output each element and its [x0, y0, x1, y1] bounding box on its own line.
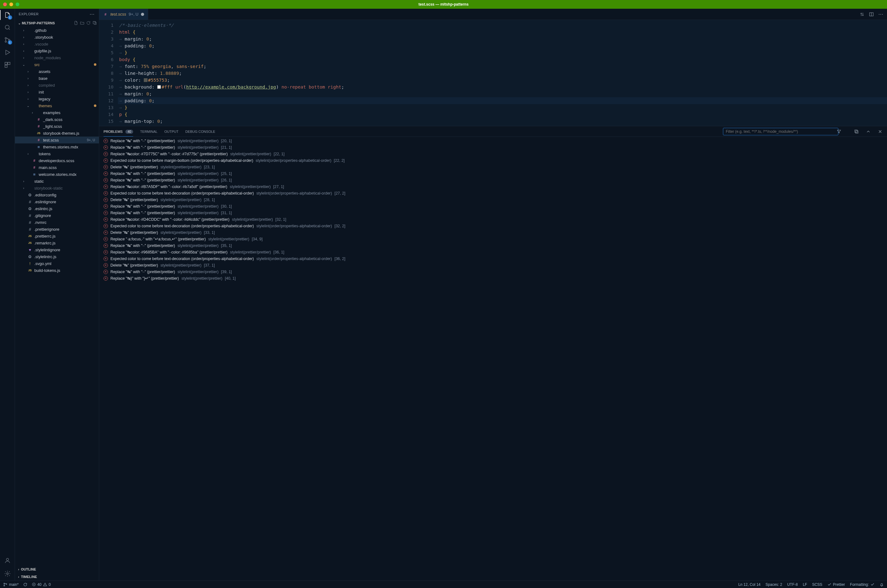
tree-folder[interactable]: ›base — [15, 75, 99, 82]
panel-tab-terminal[interactable]: TERMINAL — [140, 130, 158, 134]
collapse-panel-icon[interactable] — [866, 129, 871, 134]
tree-file[interactable]: #.prettierignore — [15, 226, 99, 232]
tree-file[interactable]: JS.prettierrc.js — [15, 232, 99, 240]
problem-row[interactable]: ✕Replace "↹" with "··" (prettier/prettie… — [99, 242, 887, 249]
problem-row[interactable]: ✕Replace "↹" with "··" (prettier/prettie… — [99, 210, 887, 216]
activity-extensions[interactable] — [4, 61, 11, 69]
tree-folder[interactable]: ›.storybook — [15, 34, 99, 40]
tree-folder[interactable]: ›compiled — [15, 82, 99, 88]
tree-file[interactable]: #.nvmrc — [15, 219, 99, 226]
problem-row[interactable]: ✕Expected color to come before text-deco… — [99, 190, 887, 196]
problem-row[interactable]: ✕Replace "·a:focus,·" with "↵a:focus,↵" … — [99, 236, 887, 242]
tree-folder[interactable]: ⌄themes — [15, 102, 99, 109]
problem-row[interactable]: ✕Delete "↹" (prettier/prettier)stylelint… — [99, 229, 887, 236]
file-tree[interactable]: ›.github›.storybook›.vscode›gulpfile.js›… — [15, 27, 99, 566]
tree-folder[interactable]: ›static — [15, 178, 99, 184]
tree-file[interactable]: ♥.stylelintignore — [15, 246, 99, 253]
tab-dirty-indicator[interactable] — [141, 13, 144, 16]
problem-row[interactable]: ✕Replace "↹" with "··" (prettier/prettie… — [99, 177, 887, 183]
tree-file[interactable]: #main.scss — [15, 164, 99, 171]
status-encoding[interactable]: UTF-8 — [787, 582, 798, 587]
problem-row[interactable]: ✕Replace "↹" with "··" (prettier/prettie… — [99, 144, 887, 151]
tree-file[interactable]: ≡welcome.stories.mdx — [15, 171, 99, 178]
more-actions-icon[interactable]: ⋯ — [878, 11, 884, 17]
tree-folder[interactable]: ›node_modules — [15, 54, 99, 61]
status-spaces[interactable]: Spaces: 2 — [766, 582, 782, 587]
status-branch[interactable]: main* — [3, 582, 19, 587]
filter-icon[interactable] — [836, 129, 842, 134]
tree-file[interactable]: ⚙.eslintrc.js — [15, 205, 99, 212]
status-prettier[interactable]: Prettier — [827, 582, 845, 587]
problem-row[interactable]: ✕Delete "↹" (prettier/prettier)stylelint… — [99, 164, 887, 170]
activity-explorer[interactable]: 1 — [4, 11, 11, 19]
timeline-section[interactable]: › TIMELINE — [15, 573, 99, 580]
problem-row[interactable]: ✕Replace "↹color:·#D4CDDC" with "··color… — [99, 216, 887, 223]
code-content[interactable]: /*·basic·elements·*/html {→ margin: 0;→ … — [118, 20, 887, 126]
refresh-icon[interactable] — [86, 21, 91, 25]
activity-source-control[interactable]: 1 — [4, 36, 11, 44]
tree-folder[interactable]: ›examples — [15, 109, 99, 116]
problems-list[interactable]: ✕Replace "↹" with "··" (prettier/prettie… — [99, 137, 887, 580]
panel-tab-problems[interactable]: PROBLEMS 40 — [104, 130, 133, 136]
status-eol[interactable]: LF — [803, 582, 807, 587]
status-notifications[interactable] — [879, 582, 884, 587]
split-editor-icon[interactable] — [869, 12, 874, 17]
tree-folder[interactable]: ›legacy — [15, 95, 99, 102]
activity-accounts[interactable] — [4, 557, 11, 564]
tree-file[interactable]: ⚙.editorconfig — [15, 191, 99, 198]
tree-file[interactable]: #_dark.scss — [15, 116, 99, 123]
tree-folder[interactable]: ›assets — [15, 68, 99, 75]
problem-row[interactable]: ✕Replace "↹" with "··" (prettier/prettie… — [99, 268, 887, 275]
problem-row[interactable]: ✕Replace "↹color:·#9685BA" with "··color… — [99, 249, 887, 255]
tree-file[interactable]: ⚙.stylelintrc.js — [15, 253, 99, 260]
tree-file[interactable]: #_light.scss — [15, 123, 99, 130]
status-problems[interactable]: 40 0 — [32, 582, 51, 587]
problem-row[interactable]: ✕Replace "↹" with "··" (prettier/prettie… — [99, 170, 887, 177]
copy-icon[interactable] — [854, 129, 859, 134]
problem-row[interactable]: ✕Replace "↹color:·#7D775C" with "··color… — [99, 151, 887, 157]
tree-folder[interactable]: ⌄src — [15, 61, 99, 68]
problem-row[interactable]: ✕Replace "↹}" with "}↵" (prettier/pretti… — [99, 275, 887, 282]
status-sync[interactable] — [23, 582, 27, 587]
compare-icon[interactable] — [860, 12, 864, 17]
status-formatting[interactable]: Formatting: — [850, 582, 875, 587]
tree-file[interactable]: #test.scss9+, U — [15, 136, 99, 143]
tree-folder[interactable]: ›.github — [15, 27, 99, 34]
close-panel-icon[interactable] — [878, 129, 882, 134]
tree-file[interactable]: #developerdocs.scss — [15, 157, 99, 164]
problem-row[interactable]: ✕Expected color to come before margin-bo… — [99, 157, 887, 164]
tree-file[interactable]: #.eslintignore — [15, 198, 99, 205]
editor-tab[interactable]: # test.scss 9+, U — [99, 9, 148, 20]
activity-settings[interactable] — [4, 570, 11, 578]
problem-row[interactable]: ✕Delete "↹" (prettier/prettier)stylelint… — [99, 262, 887, 268]
activity-run-debug[interactable] — [4, 49, 11, 56]
problems-filter-input[interactable] — [723, 128, 838, 135]
new-folder-icon[interactable] — [80, 21, 84, 25]
outline-section[interactable]: › OUTLINE — [15, 566, 99, 573]
tree-file[interactable]: #.gitignore — [15, 212, 99, 219]
tree-file[interactable]: JSbuild-tokens.js — [15, 267, 99, 274]
tree-folder[interactable]: ›tokens — [15, 150, 99, 157]
tree-folder[interactable]: ›gulpfile.js — [15, 47, 99, 54]
code-editor[interactable]: 123456789101112131415 /*·basic·elements·… — [99, 20, 887, 126]
status-language[interactable]: SCSS — [812, 582, 822, 587]
collapse-all-icon[interactable] — [92, 21, 97, 25]
tree-file[interactable]: JSstorybook-themes.js — [15, 130, 99, 136]
problem-row[interactable]: ✕Replace "↹" with "··" (prettier/prettie… — [99, 138, 887, 144]
problem-row[interactable]: ✕Delete "↹" (prettier/prettier)stylelint… — [99, 196, 887, 203]
problem-row[interactable]: ✕Expected color to come before text-deco… — [99, 223, 887, 229]
problem-row[interactable]: ✕Replace "↹color:·#B7A5DF" with "··color… — [99, 183, 887, 190]
tree-file[interactable]: !.svgo.yml — [15, 260, 99, 267]
problem-row[interactable]: ✕Expected color to come before text-deco… — [99, 255, 887, 262]
panel-tab-output[interactable]: OUTPUT — [164, 130, 179, 134]
explorer-section-header[interactable]: ⌄ MLTSHP-PATTERNS — [15, 20, 99, 27]
new-file-icon[interactable] — [74, 21, 78, 25]
tree-folder[interactable]: ›.vscode — [15, 40, 99, 47]
explorer-more-icon[interactable]: ⋯ — [90, 11, 95, 17]
activity-search[interactable] — [4, 24, 11, 31]
tree-folder[interactable]: ›storybook-static — [15, 184, 99, 191]
tree-folder[interactable]: ›init — [15, 88, 99, 95]
status-cursor[interactable]: Ln 12, Col 14 — [738, 582, 760, 587]
tree-file[interactable]: ≡themes.stories.mdx — [15, 143, 99, 150]
panel-tab-debug[interactable]: DEBUG CONSOLE — [185, 130, 215, 134]
